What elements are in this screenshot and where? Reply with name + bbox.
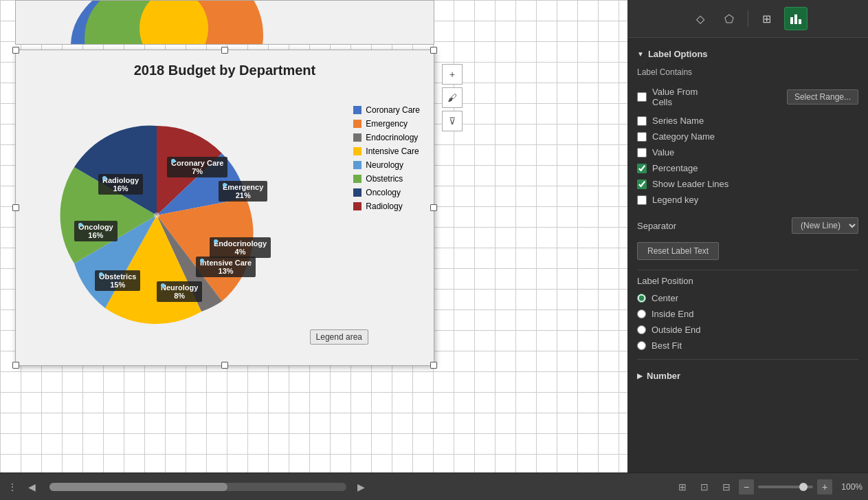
handle-tc[interactable]: [221, 47, 228, 54]
grid-view-icon[interactable]: ⊞: [673, 477, 692, 497]
legend-item-emergency: Emergency: [353, 119, 420, 129]
show-leader-lines-label[interactable]: Show Leader Lines: [652, 179, 728, 189]
divider-2: [637, 359, 858, 360]
svg-rect-7: [799, 19, 801, 24]
inside-end-label[interactable]: Inside End: [652, 309, 693, 319]
svg-rect-5: [790, 17, 793, 24]
legend-label-intensive: Intensive Care: [366, 146, 419, 156]
category-name-checkbox[interactable]: [637, 132, 647, 142]
best-fit-radio[interactable]: [637, 341, 646, 350]
percentage-label[interactable]: Percentage: [652, 163, 698, 173]
outside-end-label[interactable]: Outside End: [652, 325, 701, 335]
radio-row-outside-end: Outside End: [637, 322, 858, 338]
bottom-menu-icon[interactable]: ⋮: [3, 477, 22, 497]
cb-row-show-leader: Show Leader Lines: [637, 176, 858, 192]
toolbar-separator: [748, 10, 748, 27]
legend-item-coronary: Coronary Care: [353, 105, 420, 115]
handle-tl[interactable]: [12, 47, 19, 54]
legend-item-oncology: Oncology: [353, 188, 420, 197]
page-view-icon[interactable]: ⊡: [695, 477, 714, 497]
label-options-title: Label Options: [648, 49, 708, 59]
inside-end-radio[interactable]: [637, 309, 646, 318]
value-label[interactable]: Value: [652, 147, 674, 157]
chart-panel-icon[interactable]: [784, 7, 808, 30]
series-name-label[interactable]: Series Name: [652, 116, 704, 126]
outside-end-radio[interactable]: [637, 325, 646, 334]
right-panel: ◇ ⬠ ⊞ ▼ Label Options Label Contains: [627, 0, 868, 472]
shape-panel-icon[interactable]: ◇: [689, 7, 712, 30]
handle-bl[interactable]: [12, 362, 19, 369]
legend-color-obstetrics: [353, 175, 361, 183]
spreadsheet-area: 2018 Budget by Department: [0, 0, 627, 472]
label-intensive: Intensive Care13%: [196, 257, 256, 277]
zoom-level-display: 100%: [835, 482, 863, 492]
filter-icon[interactable]: ⊽: [442, 111, 463, 131]
legend-key-checkbox[interactable]: [637, 195, 647, 205]
handle-ml[interactable]: [12, 204, 19, 211]
add-element-icon[interactable]: +: [442, 64, 463, 85]
svg-point-4: [154, 213, 159, 218]
radio-row-best-fit: Best Fit: [637, 338, 858, 354]
chart-legend: Coronary Care Emergency Endocrinology In…: [353, 105, 420, 211]
center-radio[interactable]: [637, 294, 646, 303]
zoom-controls: − +: [739, 479, 832, 494]
zoom-in-button[interactable]: +: [817, 479, 832, 494]
horizontal-scrollbar[interactable]: [49, 483, 346, 491]
legend-label-endocrinology: Endocrinology: [366, 133, 418, 142]
separator-select[interactable]: (New Line) , ; . (Space): [792, 217, 858, 234]
layout-panel-icon[interactable]: ⊞: [755, 7, 779, 30]
legend-item-radiology: Radiology: [353, 202, 420, 211]
percentage-checkbox[interactable]: [637, 164, 647, 173]
zoom-out-button[interactable]: −: [739, 479, 754, 494]
legend-item-obstetrics: Obstetrics: [353, 174, 420, 184]
category-name-label[interactable]: Category Name: [652, 131, 715, 142]
label-options-header[interactable]: ▼ Label Options: [637, 45, 858, 63]
value-from-cells-label[interactable]: Value FromCells: [652, 87, 698, 107]
legend-label-obstetrics: Obstetrics: [366, 174, 403, 184]
value-checkbox[interactable]: [637, 148, 647, 157]
legend-color-neurology: [353, 161, 361, 169]
handle-tr[interactable]: [430, 47, 437, 54]
legend-tooltip: Legend area: [310, 329, 368, 345]
cb-row-legend-key: Legend key: [637, 192, 858, 208]
legend-key-label[interactable]: Legend key: [652, 195, 698, 205]
panel-content: ▼ Label Options Label Contains Value Fro…: [627, 38, 868, 472]
center-label[interactable]: Center: [652, 293, 678, 303]
chart-container: 2018 Budget by Department: [15, 50, 434, 366]
label-neurology: Neurology8%: [157, 281, 202, 302]
handle-br[interactable]: [430, 362, 437, 369]
cb-row-category-name: Category Name: [637, 129, 858, 144]
reset-label-text-button[interactable]: Reset Label Text: [637, 242, 719, 260]
cb-row-value: Value: [637, 144, 858, 160]
zoom-slider-thumb[interactable]: [799, 483, 808, 491]
handle-mr[interactable]: [430, 204, 437, 211]
show-leader-lines-checkbox[interactable]: [637, 180, 647, 189]
pentagon-panel-icon[interactable]: ⬠: [717, 7, 741, 30]
select-range-button[interactable]: Select Range...: [787, 89, 858, 105]
radio-row-inside-end: Inside End: [637, 306, 858, 322]
series-name-checkbox[interactable]: [637, 116, 647, 126]
scrollbar-thumb[interactable]: [49, 483, 227, 491]
preview-icon[interactable]: ⊟: [717, 477, 736, 497]
legend-color-intensive: [353, 147, 361, 155]
cb-row-percentage: Percentage: [637, 160, 858, 176]
best-fit-label[interactable]: Best Fit: [652, 340, 682, 351]
bottom-left-controls: ⋮ ◀: [0, 477, 44, 497]
chart-title: 2018 Budget by Department: [16, 50, 434, 85]
label-contains-group: Label Contains Value FromCells Select Ra…: [637, 67, 858, 208]
divider-1: [637, 270, 858, 270]
top-chart-strip: [15, 0, 434, 45]
svg-rect-6: [794, 14, 797, 24]
style-icon[interactable]: 🖌: [442, 87, 463, 108]
zoom-slider[interactable]: [758, 486, 813, 488]
handle-bc[interactable]: [221, 362, 228, 369]
cb-row-value-from-cells: Value FromCells: [637, 84, 698, 110]
number-section-header[interactable]: ▶ Number: [637, 365, 858, 387]
legend-item-intensive: Intensive Care: [353, 146, 420, 156]
scroll-right-icon[interactable]: ▶: [352, 477, 371, 497]
legend-item-neurology: Neurology: [353, 160, 420, 170]
label-coronary: Coronary Care7%: [167, 157, 227, 177]
value-from-cells-checkbox[interactable]: [637, 92, 647, 102]
scroll-left-icon[interactable]: ◀: [22, 477, 41, 497]
legend-color-oncology: [353, 188, 361, 197]
